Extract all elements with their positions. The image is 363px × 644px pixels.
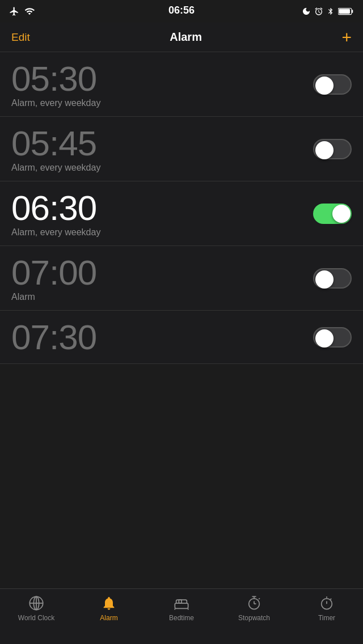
toggle-knob (315, 270, 334, 289)
alarm-time: 05:30 (11, 60, 100, 97)
svg-line-17 (259, 598, 260, 599)
timer-icon (318, 595, 335, 612)
alarm-info: 06:30 Alarm, every weekday (11, 189, 100, 238)
world-clock-icon (28, 595, 45, 612)
svg-rect-2 (339, 9, 350, 14)
alarm-clock-status-icon (314, 7, 323, 16)
battery-icon (338, 7, 354, 16)
alarm-time: 06:30 (11, 189, 100, 226)
tab-alarm-label: Alarm (100, 614, 117, 622)
nav-bar: Edit Alarm + (0, 23, 363, 52)
tab-stopwatch-label: Stopwatch (238, 614, 270, 622)
tab-bedtime[interactable]: Bedtime (159, 595, 204, 622)
add-alarm-button[interactable]: + (341, 29, 352, 46)
alarm-toggle[interactable] (313, 139, 352, 159)
alarm-time: 05:45 (11, 125, 100, 162)
alarm-time: 07:00 (11, 254, 96, 291)
alarm-item[interactable]: 06:30 Alarm, every weekday (0, 181, 363, 246)
alarm-list: 05:30 Alarm, every weekday 05:45 Alarm, … (0, 52, 363, 588)
status-left-icons (9, 6, 35, 16)
alarm-toggle[interactable] (313, 204, 352, 224)
status-right-icons (302, 7, 354, 16)
tab-stopwatch[interactable]: Stopwatch (231, 595, 277, 622)
alarm-label: Alarm (11, 292, 96, 302)
alarm-toggle[interactable] (313, 268, 352, 289)
tab-bar: World Clock Alarm Bedtime (0, 588, 363, 644)
alarm-item[interactable]: 07:00 Alarm (0, 246, 363, 311)
alarm-label: Alarm, every weekday (11, 227, 100, 238)
alarm-toggle[interactable] (313, 74, 352, 95)
alarm-toggle[interactable] (313, 327, 352, 348)
toggle-knob (315, 141, 334, 159)
bluetooth-icon (327, 7, 335, 16)
status-bar: 06:56 (0, 0, 363, 23)
svg-point-18 (322, 599, 332, 609)
airplane-icon (9, 6, 19, 16)
alarm-info: 05:30 Alarm, every weekday (11, 60, 100, 108)
tab-world-clock-label: World Clock (18, 614, 54, 622)
tab-timer[interactable]: Timer (304, 595, 349, 622)
stopwatch-icon (246, 595, 263, 612)
alarm-info: 07:30 (11, 319, 96, 355)
alarm-label: Alarm, every weekday (11, 98, 100, 108)
toggle-knob (315, 329, 334, 348)
alarm-info: 05:45 Alarm, every weekday (11, 125, 100, 173)
tab-alarm[interactable]: Alarm (86, 595, 132, 622)
alarm-tab-icon (100, 595, 117, 612)
moon-icon (302, 7, 311, 16)
edit-button[interactable]: Edit (11, 31, 30, 44)
alarm-time: 07:30 (11, 319, 96, 355)
tab-bedtime-label: Bedtime (169, 614, 194, 622)
toggle-knob (332, 205, 351, 223)
tab-timer-label: Timer (318, 614, 335, 622)
svg-line-21 (330, 599, 331, 600)
status-time: 06:56 (168, 5, 195, 16)
alarm-label: Alarm, every weekday (11, 163, 100, 173)
alarm-info: 07:00 Alarm (11, 254, 96, 302)
alarm-item[interactable]: 07:30 (0, 311, 363, 364)
alarm-item[interactable]: 05:30 Alarm, every weekday (0, 52, 363, 117)
svg-rect-11 (179, 600, 182, 603)
toggle-knob (315, 77, 334, 95)
nav-title: Alarm (170, 31, 202, 44)
bedtime-icon (173, 595, 190, 612)
svg-rect-8 (175, 603, 188, 608)
wifi-icon (24, 6, 35, 16)
tab-world-clock[interactable]: World Clock (14, 595, 59, 622)
svg-rect-1 (352, 10, 353, 13)
alarm-item[interactable]: 05:45 Alarm, every weekday (0, 117, 363, 181)
